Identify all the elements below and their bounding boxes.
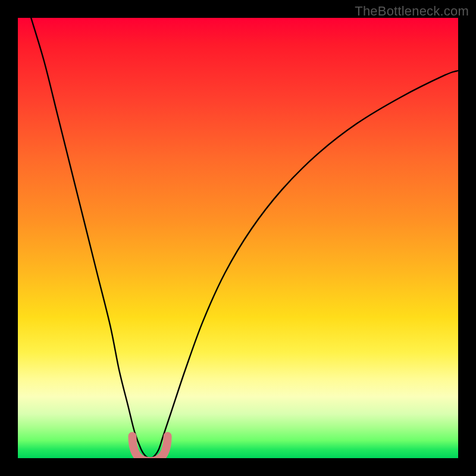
curve-svg — [18, 18, 458, 458]
chart-frame: TheBottleneck.com — [0, 0, 476, 476]
bottleneck-curve — [31, 18, 458, 458]
watermark-text: TheBottleneck.com — [355, 4, 469, 19]
plot-area — [18, 18, 458, 458]
